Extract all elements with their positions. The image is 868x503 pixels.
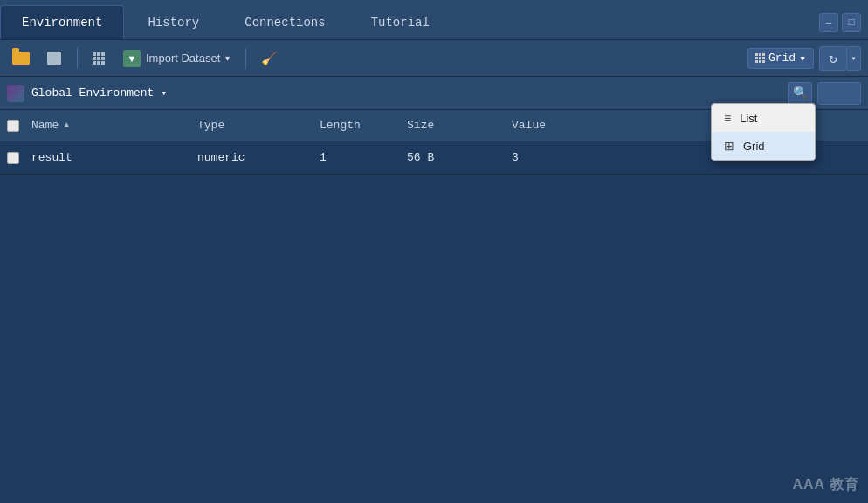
cell-value: 3 [512, 151, 617, 164]
search-button[interactable]: 🔍 [788, 82, 812, 105]
toolbar-separator [77, 48, 78, 69]
refresh-icon: ↻ [829, 50, 837, 67]
checkbox-icon [7, 120, 19, 132]
open-button[interactable] [7, 46, 35, 71]
sort-arrow-icon: ▲ [64, 121, 69, 130]
dropdown-item-grid[interactable]: ⊞ Grid [712, 132, 815, 160]
grid-small-icon [93, 52, 105, 65]
watermark: AAA 教育 [792, 476, 859, 494]
refresh-button-group: ↻ ▾ [819, 46, 861, 71]
dropdown-item-list[interactable]: ≡ List [712, 104, 815, 132]
tab-controls: — □ [819, 5, 868, 39]
import-icon: ▼ [123, 50, 141, 67]
broom-button[interactable]: 🧹 [255, 46, 283, 71]
env-selector-button[interactable]: Global Environment ▾ [7, 85, 167, 102]
refresh-dropdown-arrow-icon: ▾ [851, 53, 856, 64]
column-header-name[interactable]: Name ▲ [31, 119, 197, 132]
env-extra-button[interactable] [817, 82, 861, 105]
env-right: 🔍 [788, 82, 861, 105]
toolbar-right: Grid ▾ ↻ ▾ [747, 46, 861, 71]
column-header-type[interactable]: Type [197, 119, 320, 132]
folder-icon [12, 52, 30, 65]
column-header-size[interactable]: Size [407, 119, 512, 132]
checkbox-icon [7, 152, 19, 164]
save-icon [47, 52, 61, 65]
refresh-button[interactable]: ↻ [819, 46, 847, 71]
minimize-button[interactable]: — [819, 13, 838, 32]
refresh-dropdown-button[interactable]: ▾ [847, 46, 861, 71]
row-checkbox[interactable] [7, 152, 31, 164]
tab-history[interactable]: History [126, 5, 221, 39]
grid-dropdown-grid-icon [755, 53, 765, 63]
cell-size: 56 B [407, 151, 512, 164]
tab-connections[interactable]: Connections [223, 5, 347, 39]
env-icon [7, 85, 24, 102]
toolbar: ▼ Import Dataset ▾ 🧹 Grid ▾ ↻ [0, 40, 868, 77]
column-header-value[interactable]: Value [512, 119, 617, 132]
search-icon: 🔍 [793, 86, 808, 100]
header-checkbox[interactable] [7, 120, 31, 132]
save-button[interactable] [40, 46, 68, 71]
grid-icon: ⊞ [724, 139, 734, 153]
cell-length: 1 [320, 151, 407, 164]
tab-bar: Environment History Connections Tutorial… [0, 0, 868, 40]
toolbar-separator-2 [245, 48, 246, 69]
grid-dropdown-button[interactable]: Grid ▾ [747, 48, 814, 69]
column-header-length[interactable]: Length [320, 119, 407, 132]
cell-type: numeric [197, 151, 320, 164]
import-dataset-button[interactable]: ▼ Import Dataset ▾ [116, 46, 237, 71]
maximize-button[interactable]: □ [842, 13, 861, 32]
cell-name: result [31, 151, 197, 164]
broom-icon: 🧹 [261, 51, 278, 66]
grid-view-button[interactable] [86, 46, 111, 71]
view-dropdown-popup: ≡ List ⊞ Grid [711, 103, 816, 161]
list-icon: ≡ [724, 111, 731, 125]
tab-tutorial[interactable]: Tutorial [349, 5, 451, 39]
tab-environment[interactable]: Environment [0, 5, 124, 39]
